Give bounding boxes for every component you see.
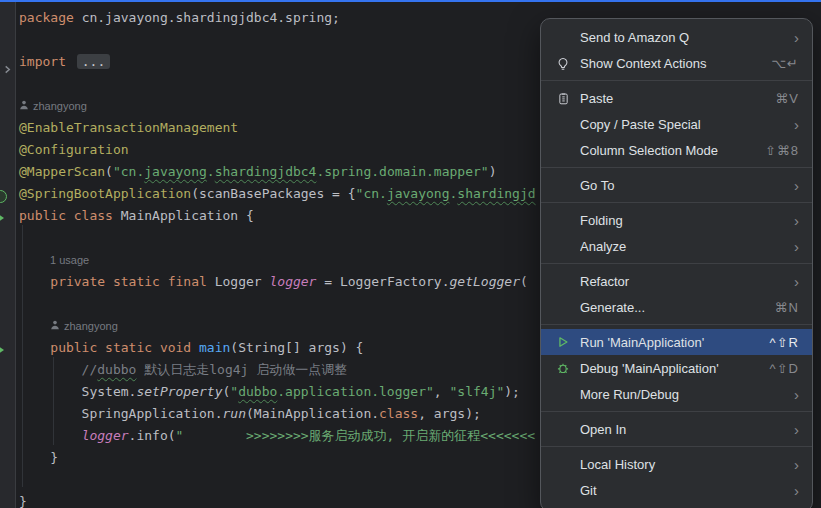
menu-item-refactor[interactable]: Refactor› — [541, 268, 812, 294]
code-token: @EnableTransactionManagement — [19, 120, 238, 135]
menu-item-label: Git — [580, 483, 786, 498]
code-vision-label: zhangyong — [64, 315, 118, 337]
chevron-right-icon: › — [794, 387, 799, 402]
code-token: ) — [489, 164, 497, 179]
chevron-right-icon: › — [794, 213, 799, 228]
code-token: "cn. — [356, 186, 387, 201]
code-token: run — [223, 406, 246, 421]
chevron-right-icon: › — [794, 239, 799, 254]
menu-item-paste[interactable]: Paste⌘V — [541, 85, 812, 111]
editor-context-menu: Send to Amazon Q›Show Context Actions⌥↵P… — [540, 18, 813, 508]
menu-item-label: Folding — [580, 213, 786, 228]
code-token: javayong — [144, 164, 207, 179]
chevron-right-icon: › — [794, 422, 799, 437]
menu-item-copy-paste-special[interactable]: Copy / Paste Special› — [541, 111, 812, 137]
code-token: import — [19, 54, 74, 69]
menu-item-open-in[interactable]: Open In› — [541, 416, 812, 442]
code-token: @MapperScan — [19, 164, 105, 179]
menu-separator — [541, 324, 812, 325]
code-token — [19, 274, 50, 289]
menu-item-send-to-amazon-q[interactable]: Send to Amazon Q› — [541, 24, 812, 50]
menu-item-show-context-actions[interactable]: Show Context Actions⌥↵ — [541, 50, 812, 76]
run-icon[interactable] — [0, 346, 4, 354]
chevron-right-icon: › — [794, 30, 799, 45]
menu-item-label: Column Selection Mode — [580, 143, 757, 158]
code-token: javayong — [387, 186, 450, 201]
code-token: public static void — [19, 340, 199, 355]
menu-item-label: Analyze — [580, 239, 786, 254]
menu-item-folding[interactable]: Folding› — [541, 207, 812, 233]
code-token: @Configuration — [19, 142, 129, 157]
code-token: "cn. — [113, 164, 144, 179]
menu-item-label: Paste — [580, 91, 767, 106]
author-icon — [50, 315, 60, 337]
author-icon — [19, 95, 29, 117]
code-token: . — [207, 164, 215, 179]
chevron-right-icon: › — [794, 178, 799, 193]
code-token: logger — [269, 274, 316, 289]
lightbulb-icon — [554, 56, 572, 71]
folded-imports-badge[interactable]: ... — [77, 54, 110, 69]
code-token: = LoggerFactory. — [316, 274, 449, 289]
menu-item-run-mainapplication[interactable]: Run 'MainApplication'^⇧R — [541, 329, 812, 355]
clipboard-icon — [554, 91, 572, 106]
code-token: ( — [105, 164, 113, 179]
code-token: shardingjdbc4 — [215, 164, 317, 179]
code-token: logger — [82, 428, 129, 443]
code-token: ); — [504, 384, 520, 399]
menu-item-git[interactable]: Git› — [541, 477, 812, 503]
run-icon — [554, 335, 572, 349]
code-token: private static final — [50, 274, 214, 289]
menu-item-label: Send to Amazon Q — [580, 30, 786, 45]
code-token: class — [379, 406, 418, 421]
code-token: " — [230, 384, 238, 399]
code-token: getLogger — [450, 274, 520, 289]
code-token: 默认日志走log4j 启动做一点调整 — [136, 362, 347, 377]
menu-item-label: Open In — [580, 422, 786, 437]
menu-item-label: Run 'MainApplication' — [580, 335, 762, 350]
code-token: " >>>>>>>>服务启动成功, 开启新的征程<<<<<<< — [176, 428, 536, 443]
menu-item-local-history[interactable]: Local History› — [541, 451, 812, 477]
menu-separator — [541, 411, 812, 412]
menu-item-label: Local History — [580, 457, 786, 472]
code-token: (scanBasePackages = { — [191, 186, 355, 201]
code-token: // — [19, 362, 97, 377]
code-token: Logger — [215, 274, 270, 289]
fold-collapsed-icon[interactable] — [3, 59, 12, 78]
code-token: } — [19, 450, 58, 465]
run-icon[interactable] — [0, 214, 4, 222]
code-token: dubbo — [238, 384, 277, 399]
run-class-icon[interactable] — [0, 190, 7, 203]
menu-item-label: Show Context Actions — [580, 56, 763, 71]
menu-item-go-to[interactable]: Go To› — [541, 172, 812, 198]
menu-item-label: Debug 'MainApplication' — [580, 361, 762, 376]
chevron-right-icon: › — [794, 483, 799, 498]
code-token: shardingjd — [457, 186, 535, 201]
menu-item-generate[interactable]: Generate...⌘N — [541, 294, 812, 320]
menu-item-column-selection-mode[interactable]: Column Selection Mode⇧⌘8 — [541, 137, 812, 163]
code-token: , args); — [418, 406, 481, 421]
code-token: MainApplication { — [121, 208, 254, 223]
code-token: setProperty — [136, 384, 222, 399]
debug-icon — [554, 361, 572, 375]
menu-separator — [541, 202, 812, 203]
code-token: main — [199, 340, 230, 355]
menu-item-debug-mainapplication[interactable]: Debug 'MainApplication'^⇧D — [541, 355, 812, 381]
editor-gutter — [0, 2, 16, 508]
menu-item-label: Copy / Paste Special — [580, 117, 786, 132]
menu-shortcut: ⌘N — [775, 300, 799, 315]
menu-item-label: Refactor — [580, 274, 786, 289]
menu-item-more-run-debug[interactable]: More Run/Debug› — [541, 381, 812, 407]
menu-separator — [541, 167, 812, 168]
code-token: public class — [19, 208, 121, 223]
code-token: System. — [19, 384, 136, 399]
menu-item-analyze[interactable]: Analyze› — [541, 233, 812, 259]
chevron-right-icon: › — [794, 117, 799, 132]
menu-separator — [541, 80, 812, 81]
menu-shortcut: ⌥↵ — [771, 56, 799, 71]
code-token: package — [19, 10, 82, 25]
code-vision-label: 1 usage — [50, 249, 89, 271]
chevron-right-icon: › — [794, 274, 799, 289]
code-token: SpringApplication. — [19, 406, 223, 421]
menu-separator — [541, 263, 812, 264]
